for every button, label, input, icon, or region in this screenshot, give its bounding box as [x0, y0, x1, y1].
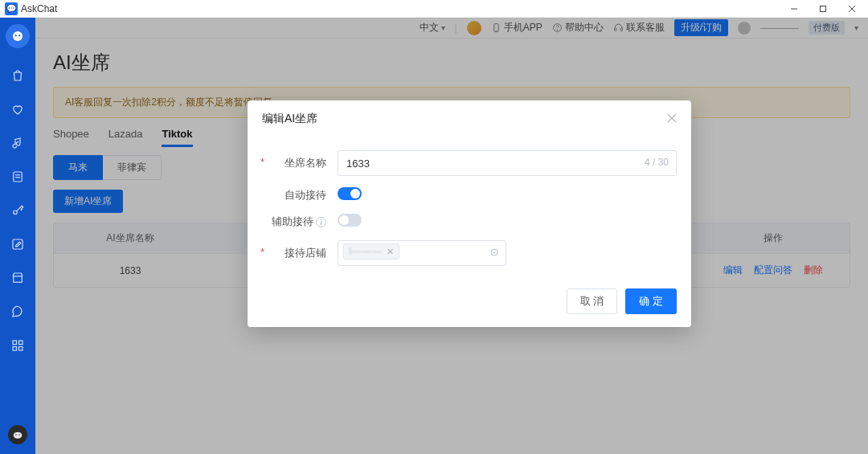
label-auto-receive: 自动接待	[262, 188, 326, 202]
svg-rect-14	[19, 341, 23, 345]
modal-header: 编辑AI坐席	[248, 100, 691, 134]
shop-chip-label: I———	[349, 246, 382, 257]
sidebar-item-list-icon[interactable]	[6, 166, 29, 188]
svg-point-10	[14, 211, 18, 215]
app-title: AskChat	[21, 3, 57, 14]
agent-name-input[interactable]	[338, 150, 677, 176]
modal-close-button[interactable]	[667, 112, 677, 126]
sidebar-item-grid-icon[interactable]	[6, 334, 29, 357]
svg-point-18	[15, 434, 17, 436]
assist-receive-toggle[interactable]	[338, 214, 362, 227]
sidebar-item-music-icon[interactable]	[6, 132, 29, 154]
sidebar-item-chat-icon[interactable]	[6, 301, 29, 323]
modal-body: 坐席名称 4 / 30 自动接待 辅助接待i	[248, 134, 691, 280]
info-icon[interactable]: i	[316, 217, 326, 227]
form-row-shops: 接待店铺 I——— ✕	[262, 240, 677, 266]
label-agent-name: 坐席名称	[262, 156, 326, 170]
app-icon: 💬	[5, 2, 18, 15]
svg-point-4	[13, 31, 23, 41]
sidebar-item-store-icon[interactable]	[6, 267, 29, 289]
modal-title: 编辑AI坐席	[262, 112, 317, 126]
select-caret-icon	[489, 247, 499, 260]
sidebar-bot-avatar[interactable]	[8, 425, 27, 444]
shop-chip: I——— ✕	[343, 243, 399, 260]
form-row-name: 坐席名称 4 / 30	[262, 150, 677, 176]
label-assist-receive: 辅助接待i	[262, 215, 326, 229]
edit-agent-modal: 编辑AI坐席 坐席名称 4 / 30 自动接待	[248, 100, 691, 327]
sidebar-item-edit-icon[interactable]	[6, 233, 29, 256]
sidebar-item-bag-icon[interactable]	[6, 64, 29, 87]
svg-rect-7	[14, 172, 23, 182]
auto-receive-toggle[interactable]	[338, 187, 362, 200]
sidebar	[0, 18, 35, 454]
cancel-button[interactable]: 取 消	[567, 288, 618, 314]
form-row-auto: 自动接待	[262, 187, 677, 202]
sidebar-logo[interactable]	[6, 24, 30, 48]
svg-point-5	[15, 35, 17, 36]
confirm-button[interactable]: 确 定	[625, 288, 677, 314]
window-titlebar: 💬 AskChat	[0, 0, 868, 18]
svg-rect-1	[821, 6, 826, 11]
sidebar-item-key-icon[interactable]	[6, 199, 29, 222]
main-area: 中文 ▾ | 手机APP 帮助中心 联系客服 升级/订购 ———— 付费版 ▾	[35, 18, 868, 454]
svg-rect-15	[13, 347, 17, 351]
svg-rect-13	[13, 341, 17, 345]
sidebar-bottom	[8, 425, 27, 444]
window-maximize-button[interactable]	[809, 0, 837, 18]
form-row-assist: 辅助接待i	[262, 214, 677, 229]
sidebar-item-heart-icon[interactable]	[6, 98, 29, 121]
shops-multiselect[interactable]: I——— ✕	[338, 240, 506, 266]
svg-rect-12	[14, 276, 23, 283]
svg-point-17	[14, 432, 23, 439]
svg-point-6	[18, 35, 20, 36]
modal-footer: 取 消 确 定	[248, 280, 691, 327]
label-shops: 接待店铺	[262, 246, 326, 260]
svg-point-19	[18, 434, 20, 436]
window-minimize-button[interactable]	[780, 0, 809, 18]
svg-point-28	[491, 249, 497, 256]
window-close-button[interactable]	[837, 0, 866, 18]
svg-rect-16	[19, 347, 23, 351]
shop-chip-remove[interactable]: ✕	[387, 247, 394, 257]
agent-name-counter: 4 / 30	[645, 157, 669, 168]
